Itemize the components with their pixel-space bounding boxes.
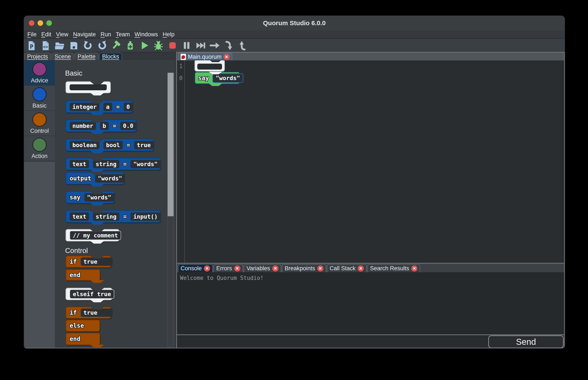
close-tab-icon[interactable] — [411, 265, 417, 271]
category-control[interactable]: Control — [24, 111, 55, 135]
editor-console-panel: Main.quorum 1 0 say "words" Console — [176, 52, 565, 348]
continue-button[interactable] — [195, 40, 207, 51]
svg-text:<>: <> — [43, 44, 48, 49]
stop-icon — [167, 40, 178, 51]
bug-icon — [153, 40, 164, 51]
new-class-button[interactable]: <> — [40, 40, 52, 51]
palette-block-else[interactable]: else — [66, 320, 100, 332]
palette-block-if[interactable]: if true — [66, 256, 111, 268]
menu-run[interactable]: Run — [98, 31, 114, 38]
redo-button[interactable] — [96, 40, 108, 51]
section-title-control: Control — [65, 247, 88, 255]
fast-forward-icon — [196, 40, 206, 51]
tab-breakpoints[interactable]: Breakpoints — [282, 264, 326, 272]
control-circle-icon — [33, 113, 47, 127]
tab-variables[interactable]: Variables — [244, 264, 281, 272]
palette-block-end-2[interactable]: end — [66, 333, 100, 345]
category-advice[interactable]: Advice — [24, 60, 55, 85]
blank-slot — [70, 84, 107, 90]
menu-windows[interactable]: Windows — [132, 31, 160, 38]
menu-edit[interactable]: Edit — [39, 31, 54, 38]
build-button[interactable] — [110, 40, 122, 51]
blocks-palette: Basic integer a = 0 number b = 0.0 boole… — [55, 60, 175, 347]
new-project-button[interactable]: P — [26, 40, 37, 51]
hammer-icon — [111, 40, 121, 51]
editor-block-say[interactable]: say "words" — [194, 72, 240, 84]
console-tab-bar: Console Errors Variables Breakpoints Cal… — [177, 264, 564, 272]
debug-button[interactable] — [153, 40, 164, 51]
play-icon — [139, 40, 150, 51]
category-column-filler — [24, 162, 55, 347]
menu-help[interactable]: Help — [160, 31, 177, 38]
step-out-button[interactable] — [237, 40, 249, 51]
palette-block-end[interactable]: end — [66, 269, 100, 281]
pause-button[interactable] — [181, 40, 192, 51]
category-basic[interactable]: Basic — [24, 86, 55, 110]
palette-block-number[interactable]: number b = 0.0 — [66, 119, 136, 132]
tab-call-stack[interactable]: Call Stack — [327, 264, 367, 272]
palette-block-if-else[interactable]: if true — [66, 306, 111, 319]
step-over-button[interactable] — [209, 40, 221, 51]
arrow-down-curved-icon — [224, 40, 234, 51]
tab-search-results[interactable]: Search Results — [367, 264, 420, 272]
close-tab-icon[interactable] — [204, 265, 210, 271]
tab-errors[interactable]: Errors — [213, 264, 243, 272]
close-tab-icon[interactable] — [358, 265, 364, 271]
tab-blocks[interactable]: Blocks — [99, 53, 122, 60]
console-input-row: Send — [177, 334, 564, 348]
menu-navigate[interactable]: Navigate — [71, 31, 98, 38]
toolbar: P <> — [24, 39, 565, 52]
category-action[interactable]: Action — [24, 136, 55, 161]
arrow-up-curved-icon — [238, 40, 248, 51]
palette-block-text-input[interactable]: text string = input() — [66, 210, 161, 223]
close-tab-icon[interactable] — [224, 54, 230, 60]
arrow-right-icon — [210, 40, 220, 51]
editor-block-blank[interactable] — [194, 60, 225, 72]
undo-icon — [83, 40, 93, 51]
app-window: Quorum Studio 6.0.0 File Edit View Navig… — [24, 16, 565, 348]
block-categories: Advice Basic Control Action — [24, 60, 55, 161]
tab-console[interactable]: Console — [178, 264, 213, 272]
send-button[interactable]: Send — [488, 335, 564, 348]
palette-block-integer[interactable]: integer a = 0 — [66, 100, 133, 113]
editor-tab-bar: Main.quorum — [177, 53, 564, 60]
close-tab-icon[interactable] — [317, 265, 323, 271]
undo-button[interactable] — [82, 40, 94, 51]
run-button[interactable] — [139, 40, 150, 51]
bottle-plus-icon — [125, 40, 135, 51]
close-tab-icon[interactable] — [272, 265, 278, 271]
step-into-button[interactable] — [223, 40, 235, 51]
pause-icon — [181, 40, 192, 51]
menu-team[interactable]: Team — [113, 31, 132, 38]
open-folder-icon — [55, 40, 65, 51]
redo-icon — [97, 40, 107, 51]
palette-block-say[interactable]: say "words" — [66, 191, 114, 204]
basic-circle-icon — [33, 87, 47, 101]
console-output: Welcome to Quorum Studio! — [177, 272, 564, 334]
palette-scrollbar-thumb[interactable] — [168, 73, 173, 216]
tab-main-quorum[interactable]: Main.quorum — [178, 53, 232, 60]
clean-build-button[interactable] — [124, 40, 136, 51]
stop-button[interactable] — [167, 40, 178, 51]
window-title: Quorum Studio 6.0.0 — [24, 16, 565, 31]
save-button[interactable] — [68, 40, 80, 51]
title-bar: Quorum Studio 6.0.0 — [24, 16, 565, 31]
palette-block-comment[interactable]: // my comment — [66, 229, 119, 242]
open-project-button[interactable] — [54, 40, 66, 51]
palette-block-boolean[interactable]: boolean bool = true — [66, 139, 154, 151]
palette-scrollbar[interactable] — [167, 73, 174, 347]
tab-projects[interactable]: Projects — [24, 53, 51, 60]
palette-block-output[interactable]: output "words" — [66, 172, 124, 185]
block-editor-canvas[interactable]: 1 0 say "words" — [177, 60, 564, 263]
console-welcome-text: Welcome to Quorum Studio! — [180, 275, 264, 281]
menu-file[interactable]: File — [25, 31, 39, 38]
palette-block-elseif[interactable]: elseif true — [66, 288, 112, 300]
palette-block-blank[interactable] — [66, 81, 111, 93]
menu-view[interactable]: View — [54, 31, 71, 38]
close-tab-icon[interactable] — [234, 265, 240, 271]
tab-palette[interactable]: Palette — [75, 53, 98, 60]
tab-scene[interactable]: Scene — [52, 53, 74, 60]
save-icon — [69, 40, 79, 51]
line-number-gutter: 1 0 — [177, 60, 185, 263]
palette-block-text[interactable]: text string = "words" — [66, 158, 161, 170]
